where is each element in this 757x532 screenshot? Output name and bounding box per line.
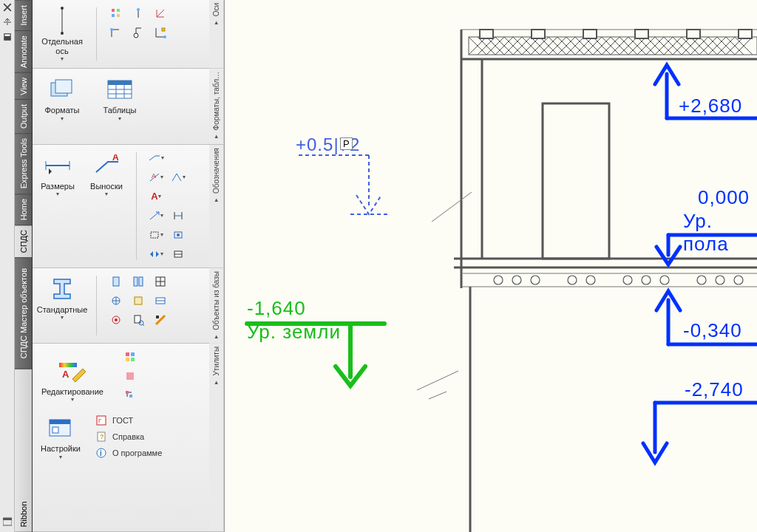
tab-spds[interactable]: СПДС bbox=[15, 225, 32, 257]
gost-link[interactable]: ГГОСТ bbox=[93, 413, 162, 428]
axes-tool-4[interactable] bbox=[106, 24, 126, 41]
svg-text:?: ? bbox=[100, 433, 104, 440]
single-axis-button[interactable]: Отдельная ось ▾ bbox=[37, 4, 87, 64]
close-icon[interactable] bbox=[3, 3, 12, 13]
dim-tool-8[interactable] bbox=[168, 226, 189, 244]
util-tool-3[interactable] bbox=[120, 386, 140, 404]
svg-point-91 bbox=[494, 276, 503, 284]
chevron-down-icon: ▾ bbox=[105, 191, 108, 197]
palette-controls bbox=[0, 0, 15, 532]
dim-tool-7[interactable]: ▾ bbox=[146, 226, 166, 244]
about-link[interactable]: iО программе bbox=[93, 446, 162, 460]
svg-rect-10 bbox=[117, 14, 120, 17]
svg-rect-7 bbox=[112, 9, 115, 12]
axes-tool-2[interactable] bbox=[128, 4, 149, 22]
tab-insert[interactable]: Insert bbox=[15, 0, 32, 30]
svg-rect-48 bbox=[135, 297, 142, 304]
svg-point-5 bbox=[61, 7, 64, 10]
axes-tools-grid bbox=[106, 4, 171, 41]
svg-rect-20 bbox=[162, 28, 165, 31]
edit-button[interactable]: A Редактирование ▾ bbox=[37, 348, 108, 404]
tab-annotate[interactable]: Annotate bbox=[15, 30, 32, 72]
formats-button[interactable]: Форматы ▾ bbox=[37, 73, 87, 123]
db-tool-5[interactable] bbox=[128, 292, 149, 310]
svg-rect-67 bbox=[50, 420, 70, 424]
tab-spds-master[interactable]: СПДС Мастер объектов bbox=[15, 257, 32, 369]
db-tool-6[interactable] bbox=[150, 292, 171, 310]
panel-icon[interactable] bbox=[3, 517, 12, 528]
help-icon: ? bbox=[96, 432, 108, 442]
svg-rect-78 bbox=[480, 30, 493, 38]
panel-axes: Отдельная ось ▾ ▸Оси bbox=[33, 0, 224, 69]
db-tool-9[interactable] bbox=[150, 311, 171, 329]
dim-tool-10[interactable] bbox=[168, 245, 189, 263]
db-tool-3[interactable] bbox=[150, 273, 171, 290]
dim-tool-3[interactable]: ▾ bbox=[168, 168, 189, 186]
svg-point-11 bbox=[137, 8, 140, 11]
chevron-down-icon: ▾ bbox=[61, 55, 64, 62]
svg-point-97 bbox=[642, 276, 651, 284]
tab-home[interactable]: Home bbox=[15, 194, 32, 225]
svg-rect-9 bbox=[112, 14, 115, 17]
dim-tool-6[interactable] bbox=[168, 207, 189, 225]
help-link[interactable]: ?Справка bbox=[93, 429, 162, 444]
standard-button[interactable]: Стандартные ▾ bbox=[37, 273, 87, 323]
pin-icon[interactable] bbox=[3, 18, 12, 28]
text-cursor-marker: P bbox=[340, 137, 353, 150]
dim-tool-1[interactable]: ▾ bbox=[146, 149, 166, 167]
svg-text:Г: Г bbox=[98, 417, 102, 424]
tab-view[interactable]: View bbox=[15, 72, 32, 100]
axis-icon bbox=[58, 6, 66, 35]
chevron-down-icon: ▾ bbox=[56, 191, 59, 197]
util-tool-2[interactable] bbox=[120, 367, 140, 385]
axes-tool-1[interactable] bbox=[106, 4, 126, 22]
sizes-button[interactable]: Размеры ▾ bbox=[37, 149, 78, 200]
svg-rect-86 bbox=[543, 103, 609, 259]
db-tool-1[interactable] bbox=[106, 273, 126, 290]
settings-button[interactable]: Настройки ▾ bbox=[37, 412, 84, 462]
axes-tool-6[interactable] bbox=[150, 24, 171, 41]
standard-label: Стандартные bbox=[37, 304, 88, 315]
svg-point-98 bbox=[660, 276, 669, 284]
panel-utils-title[interactable]: ▸Утилиты bbox=[209, 344, 224, 531]
svg-point-19 bbox=[163, 35, 166, 38]
menu-icon[interactable] bbox=[3, 33, 12, 43]
panel-formats: Форматы ▾ Таблицы ▾ ▸Форматы, табл… bbox=[33, 69, 224, 144]
panel-formats-title[interactable]: ▸Форматы, табл… bbox=[209, 69, 224, 143]
svg-point-100 bbox=[716, 276, 724, 284]
panel-axes-title[interactable]: ▸Оси bbox=[209, 0, 224, 68]
ribbon-tabs: Insert Annotate View Output Express Tool… bbox=[15, 0, 33, 532]
svg-rect-41 bbox=[113, 277, 119, 286]
ground-elev-label: Ур. земли bbox=[247, 321, 341, 344]
db-tool-7[interactable] bbox=[106, 311, 126, 329]
svg-rect-80 bbox=[583, 30, 597, 38]
axes-tool-3[interactable] bbox=[150, 4, 171, 22]
top-elev-value: +2,680 bbox=[679, 95, 742, 117]
svg-text:i: i bbox=[100, 449, 102, 457]
axes-tool-5[interactable] bbox=[128, 24, 149, 41]
settings-icon bbox=[48, 413, 73, 443]
dim-tool-9[interactable]: ▾ bbox=[146, 245, 166, 263]
dim-tool-2[interactable]: A▾ bbox=[146, 168, 166, 186]
sizes-label: Размеры bbox=[41, 180, 75, 191]
db-tool-2[interactable] bbox=[128, 273, 149, 290]
svg-rect-8 bbox=[117, 9, 120, 12]
util-tool-1[interactable] bbox=[120, 348, 140, 366]
panel-db-title[interactable]: ▸Объекты из базы bbox=[209, 268, 224, 344]
edit-label: Редактирование bbox=[41, 386, 103, 397]
ground-elev-value: -1,640 bbox=[247, 297, 306, 320]
db-tool-8[interactable] bbox=[128, 311, 149, 329]
svg-rect-83 bbox=[739, 30, 752, 38]
dim-tool-5[interactable]: ▾ bbox=[146, 207, 166, 225]
drawing-svg bbox=[225, 0, 757, 532]
panel-dims-title[interactable]: ▸Обозначения bbox=[209, 145, 224, 267]
tab-output[interactable]: Output bbox=[15, 99, 32, 133]
ribbon-label: Ribbon bbox=[15, 369, 32, 532]
single-axis-label: Отдельная ось bbox=[38, 35, 86, 55]
dim-tool-4[interactable]: A▾ bbox=[146, 188, 166, 205]
leaders-button[interactable]: A Выноски ▾ bbox=[86, 149, 127, 200]
tab-express-tools[interactable]: Express Tools bbox=[15, 133, 32, 193]
drawing-canvas[interactable]: +0.5|72 P -1,640 Ур. земли +2,680 0,000 … bbox=[225, 0, 757, 532]
db-tool-4[interactable] bbox=[106, 292, 126, 310]
tables-button[interactable]: Таблицы ▾ bbox=[95, 73, 145, 123]
